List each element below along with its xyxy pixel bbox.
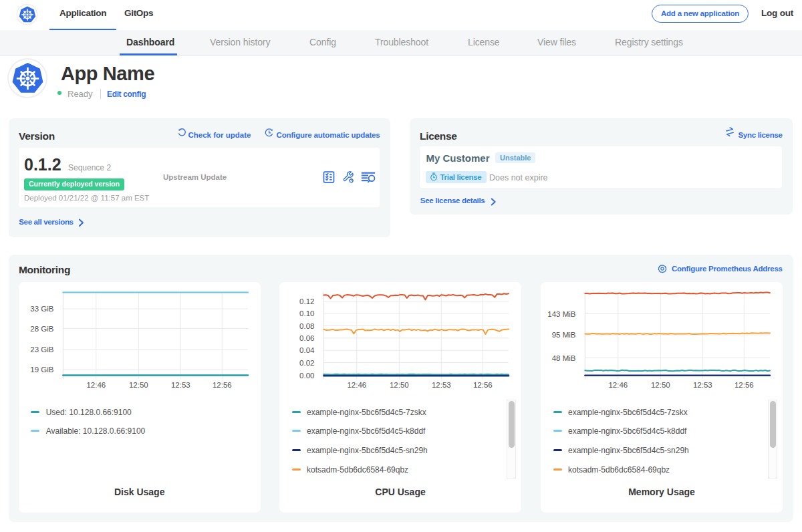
svg-text:0.08: 0.08 [299, 322, 314, 330]
svg-text:12:46: 12:46 [608, 381, 628, 389]
svg-text:0.06: 0.06 [299, 334, 314, 342]
svg-text:12:56: 12:56 [734, 381, 754, 389]
svg-text:0.00: 0.00 [299, 372, 314, 380]
svg-text:12:53: 12:53 [171, 381, 190, 389]
svg-text:23 GiB: 23 GiB [30, 346, 53, 354]
svg-text:0.02: 0.02 [299, 359, 314, 367]
svg-text:12:50: 12:50 [390, 381, 409, 389]
svg-text:143 MiB: 143 MiB [547, 310, 576, 318]
svg-text:0.12: 0.12 [299, 297, 314, 305]
svg-text:28 GiB: 28 GiB [30, 325, 53, 333]
svg-text:12:56: 12:56 [213, 381, 232, 389]
svg-text:12:53: 12:53 [432, 381, 451, 389]
svg-text:12:50: 12:50 [651, 381, 670, 389]
svg-text:12:46: 12:46 [86, 381, 106, 389]
svg-text:0.04: 0.04 [299, 346, 315, 354]
svg-text:12:53: 12:53 [693, 381, 712, 389]
svg-text:33 GiB: 33 GiB [30, 305, 53, 313]
svg-text:48 MiB: 48 MiB [552, 354, 576, 362]
svg-text:12:50: 12:50 [129, 381, 148, 389]
svg-text:95 MiB: 95 MiB [552, 331, 576, 339]
svg-text:12:56: 12:56 [473, 381, 493, 389]
svg-text:19 GiB: 19 GiB [30, 366, 53, 374]
svg-text:12:46: 12:46 [347, 381, 366, 389]
svg-text:0.10: 0.10 [299, 309, 314, 317]
